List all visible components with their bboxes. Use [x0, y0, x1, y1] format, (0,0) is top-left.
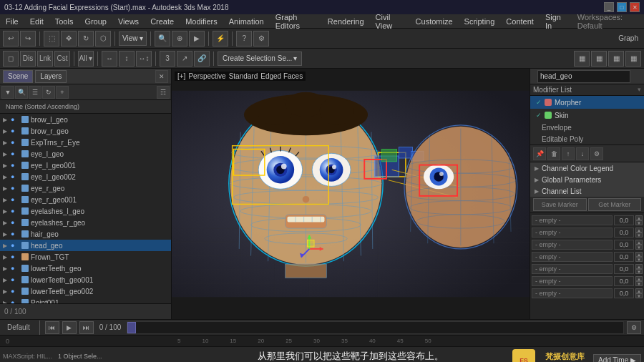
scene-tab[interactable]: Scene	[3, 70, 33, 83]
visibility-icon[interactable]: ●	[11, 230, 19, 238]
visibility-icon[interactable]: ●	[11, 288, 19, 295]
visibility-icon[interactable]: ●	[11, 127, 19, 134]
view-dropdown[interactable]: View ▾	[119, 31, 147, 46]
lp-search-button[interactable]: 🔍	[15, 86, 28, 99]
close-panel-button[interactable]: ✕	[155, 70, 168, 83]
redo-button[interactable]: ↪	[20, 31, 36, 47]
create-selection-button[interactable]: Create Selection Se... ▾	[218, 52, 302, 66]
scene-list-item[interactable]: ▶●ExpTrns_r_Eye	[0, 137, 171, 148]
menu-modifiers[interactable]: Modifiers	[180, 14, 223, 28]
config-button[interactable]: ⚙	[590, 147, 603, 160]
move-up-button[interactable]: ↑	[562, 147, 575, 160]
render-button[interactable]: ▶	[189, 31, 205, 47]
save-marker-button[interactable]: Save Marker	[533, 198, 587, 211]
zoom-button[interactable]: 🔍	[155, 31, 170, 47]
time-config-button[interactable]: ⚙	[627, 321, 641, 334]
scene-list-item[interactable]: ▶●lowerTeeth_geo001	[0, 274, 171, 285]
tb-num-2[interactable]: ↗	[177, 51, 192, 67]
maximize-button[interactable]: □	[617, 2, 627, 12]
menu-rendering[interactable]: Rendering	[322, 14, 370, 28]
rotate-button[interactable]: ↻	[78, 31, 94, 47]
zoom-region-button[interactable]: ⊕	[172, 31, 187, 47]
menu-file[interactable]: File	[0, 14, 24, 28]
grid-4-button[interactable]: ▦	[625, 51, 641, 67]
frame-fwd-button[interactable]: ⏭	[79, 321, 94, 334]
envelope-sub-item[interactable]: Envelope	[530, 122, 644, 133]
menu-scripting[interactable]: Scripting	[459, 14, 501, 28]
menu-create[interactable]: Create	[145, 14, 180, 28]
menu-content[interactable]: Content	[500, 14, 540, 28]
scene-list[interactable]: ▶●brow_l_geo▶●brow_r_geo▶●ExpTrns_r_Eye▶…	[0, 114, 171, 303]
lp-options-button[interactable]: ☰	[29, 86, 42, 99]
channel-up-arrow[interactable]: ▲	[635, 276, 643, 281]
menu-views[interactable]: Views	[112, 14, 145, 28]
select-display-button[interactable]: Dis	[20, 51, 36, 67]
scene-list-item[interactable]: ▶●brow_l_geo	[0, 114, 171, 125]
scene-list-item[interactable]: ▶●Point001	[0, 297, 171, 303]
minimize-button[interactable]: _	[604, 2, 614, 12]
object-name-input[interactable]	[537, 70, 630, 83]
lp-refresh-button[interactable]: ↻	[42, 86, 55, 99]
visibility-icon[interactable]: ●	[11, 219, 19, 226]
channel-down-arrow[interactable]: ▼	[635, 293, 643, 298]
channel-down-arrow[interactable]: ▼	[635, 257, 643, 262]
tb-btn-1[interactable]: ↔	[102, 51, 117, 67]
close-button[interactable]: ✕	[630, 2, 640, 12]
frame-back-button[interactable]: ⏮	[45, 321, 59, 334]
scene-list-item[interactable]: ▶●lowerTeeth_geo	[0, 263, 171, 274]
visibility-icon[interactable]: ●	[11, 276, 19, 283]
visibility-icon[interactable]: ●	[11, 242, 19, 249]
tb-btn-2[interactable]: ↕	[119, 51, 135, 67]
select-mode-button[interactable]: ◻	[3, 51, 19, 67]
grid-1-button[interactable]: ▦	[574, 51, 590, 67]
play-button[interactable]: ▶	[62, 321, 77, 334]
help-button[interactable]: ?	[236, 31, 252, 47]
lp-display-button[interactable]: ☶	[157, 86, 170, 99]
visibility-icon[interactable]: ●	[11, 139, 19, 146]
undo-button[interactable]: ↩	[3, 31, 19, 47]
visibility-icon[interactable]: ●	[11, 173, 19, 180]
channel-down-arrow[interactable]: ▼	[635, 281, 643, 286]
tb-btn-3[interactable]: ↔↕	[136, 51, 152, 67]
settings-button[interactable]: ⚙	[253, 31, 269, 47]
channel-value[interactable]: 0,0	[614, 264, 634, 274]
scene-list-item[interactable]: ▶●hair_geo	[0, 228, 171, 240]
channel-down-arrow[interactable]: ▼	[635, 269, 643, 274]
add-time-button[interactable]: Add Time ▶	[593, 354, 641, 363]
editable-poly-sub-item[interactable]: Editable Poly	[530, 133, 644, 145]
menu-tools[interactable]: Tools	[49, 14, 79, 28]
channel-value[interactable]: 0,0	[614, 228, 634, 238]
channel-up-arrow[interactable]: ▲	[635, 264, 643, 269]
visibility-icon[interactable]: ●	[11, 162, 19, 169]
tb-num-3[interactable]: 🔗	[194, 51, 210, 67]
channel-list[interactable]: ▶ Channel List	[530, 185, 644, 197]
visibility-icon[interactable]: ●	[11, 185, 19, 192]
time-slider[interactable]	[127, 322, 623, 333]
scene-list-item[interactable]: ▶●head_geo	[0, 240, 171, 251]
channel-up-arrow[interactable]: ▲	[635, 228, 643, 233]
move-button[interactable]: ✥	[61, 31, 77, 47]
global-parameters[interactable]: ▶ Global Parameters	[530, 174, 644, 185]
menu-customize[interactable]: Customize	[410, 14, 459, 28]
channel-value[interactable]: 0,0	[614, 215, 634, 225]
menu-graph-editors[interactable]: Graph Editors	[270, 14, 322, 28]
visibility-icon[interactable]: ●	[11, 196, 19, 203]
channel-color-legend[interactable]: ▶ Channel Color Legend	[530, 162, 644, 174]
scene-list-item[interactable]: ▶●lowerTeeth_geo002	[0, 285, 171, 297]
layers-tab[interactable]: Layers	[35, 70, 67, 83]
channel-up-arrow[interactable]: ▲	[635, 288, 643, 293]
scene-list-item[interactable]: ▶●eyelashes_l_geo	[0, 205, 171, 217]
get-marker-button[interactable]: Get Marker	[588, 198, 642, 211]
scene-list-item[interactable]: ▶●eyelashes_r_geo	[0, 217, 171, 228]
sign-in-button[interactable]: Sign In	[540, 14, 572, 28]
scene-list-item[interactable]: ▶●eye_l_geo	[0, 148, 171, 160]
visibility-icon[interactable]: ●	[11, 253, 19, 260]
channel-value[interactable]: 0,0	[614, 276, 634, 286]
time-thumb[interactable]	[127, 322, 136, 333]
delete-button[interactable]: 🗑	[547, 147, 560, 160]
channel-value[interactable]: 0,0	[614, 288, 634, 298]
filter-button[interactable]: All ▾	[78, 51, 94, 67]
move-down-button[interactable]: ↓	[576, 147, 589, 160]
menu-animation[interactable]: Animation	[223, 14, 270, 28]
pin-button[interactable]: 📌	[533, 147, 546, 160]
